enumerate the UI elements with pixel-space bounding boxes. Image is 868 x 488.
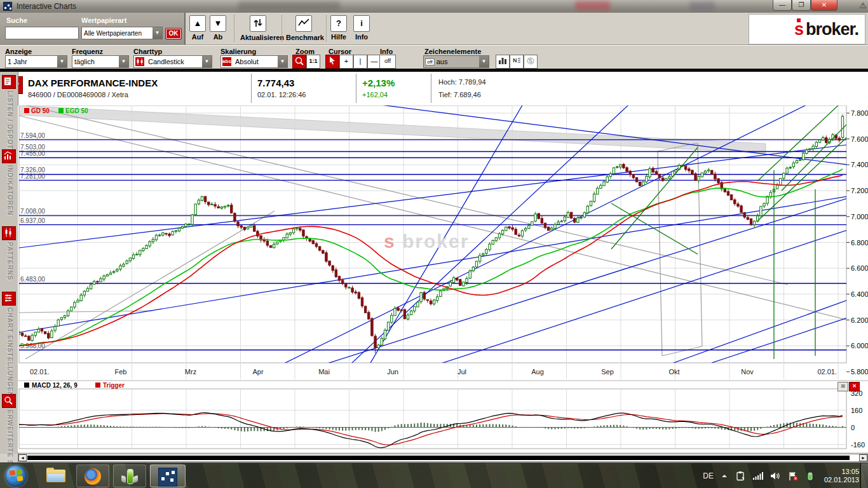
- news-button[interactable]: N: [510, 55, 524, 69]
- splits-button[interactable]: Ⓢ: [524, 55, 538, 69]
- taskbar-trading-app-button[interactable]: [113, 464, 146, 487]
- start-button[interactable]: [5, 465, 27, 487]
- candle-body: [318, 247, 320, 250]
- candle-body: [789, 167, 791, 168]
- candle-body: [67, 311, 69, 316]
- tray-app-icon[interactable]: [806, 471, 815, 481]
- cursor-vline-button[interactable]: |: [353, 55, 367, 69]
- close-button[interactable]: ✕: [811, 0, 837, 11]
- chevron-down-icon[interactable]: ▼: [479, 56, 489, 67]
- candle-body: [495, 238, 497, 241]
- macd-settings-button[interactable]: ⊞: [837, 382, 848, 391]
- clipboard-icon[interactable]: [735, 471, 745, 481]
- sidebar-item-chart-einstellungen[interactable]: CHART EINSTELLUNGEN: [0, 292, 18, 391]
- search-input[interactable]: [5, 27, 79, 39]
- info-toggle-button[interactable]: off: [379, 55, 396, 69]
- month-label: 02.01.: [30, 368, 50, 376]
- candle-body: [374, 336, 376, 348]
- chevron-down-icon[interactable]: ▼: [119, 56, 128, 67]
- network-icon[interactable]: [752, 471, 763, 480]
- level-label: 7.455,00: [20, 150, 45, 157]
- chevron-down-icon[interactable]: ▼: [153, 27, 162, 39]
- candle-body: [400, 310, 402, 311]
- candle-body: [521, 231, 523, 236]
- candle-body: [204, 196, 206, 201]
- candle-body: [783, 173, 785, 178]
- warning-icon[interactable]: ⚠: [859, 1, 867, 10]
- taskbar-firefox-button[interactable]: [76, 464, 109, 487]
- candle-body: [254, 226, 255, 231]
- candle-body: [142, 248, 144, 251]
- sidebar-item-listen-depot[interactable]: LISTEN / DEPOT: [0, 75, 18, 146]
- chevron-down-icon[interactable]: ▼: [202, 56, 212, 67]
- benchmark-icon: [295, 15, 312, 32]
- volume-button[interactable]: [496, 55, 510, 69]
- candle-body: [639, 182, 641, 186]
- taskbar-charts-app-button[interactable]: [150, 464, 186, 487]
- main-chart[interactable]: 7.594,007.503,007.455,007.326,007.281,00…: [18, 105, 868, 452]
- restore-button[interactable]: ❐: [792, 0, 811, 11]
- candle-body: [606, 177, 608, 182]
- drawing-select[interactable]: off aus ▼: [423, 55, 489, 68]
- window-title: Interactive Charts: [17, 2, 76, 11]
- refresh-icon: [250, 15, 266, 32]
- scroll-down-button[interactable]: ▼ Ab: [203, 15, 233, 41]
- security-type-select[interactable]: Alle Wertpapierarten ▼: [81, 27, 163, 39]
- display-select[interactable]: 1 Jahr ▼: [5, 55, 67, 68]
- zoom-in-button[interactable]: [292, 55, 306, 69]
- cursor-arrow-button[interactable]: [325, 55, 339, 69]
- candle-body: [139, 250, 141, 255]
- scrollbar-thumb[interactable]: [27, 456, 850, 460]
- candle-body: [652, 168, 654, 172]
- info-button[interactable]: i Info: [347, 15, 376, 41]
- clock[interactable]: 13:05 02.01.2013: [824, 468, 859, 484]
- candle-body: [283, 238, 285, 240]
- macd-close-button[interactable]: ✕: [849, 382, 860, 391]
- level-label: 6.937,00: [20, 217, 45, 224]
- candle-body: [54, 327, 56, 330]
- candle-body: [41, 329, 43, 331]
- show-desktop-button[interactable]: [860, 463, 868, 488]
- charttype-select[interactable]: Candlestick ▼: [133, 55, 212, 68]
- benchmark-button[interactable]: Benchmark: [286, 15, 322, 41]
- clock-time: 13:05: [824, 468, 859, 476]
- tray-expand-icon[interactable]: [721, 473, 728, 478]
- candle-body: [155, 235, 157, 240]
- chevron-down-icon[interactable]: ▼: [57, 56, 67, 67]
- candle-body: [302, 230, 304, 236]
- ok-button[interactable]: OK: [165, 28, 182, 39]
- candle-body: [587, 206, 588, 212]
- filter-toolbar: Anzeige 1 Jahr ▼ Frequenz täglich ▼ Char…: [0, 45, 868, 69]
- scaling-select[interactable]: abs Absolut ▼: [220, 55, 288, 68]
- scrollbar-right-arrow[interactable]: ►: [859, 454, 867, 461]
- refresh-button[interactable]: Aktualisieren: [240, 15, 276, 41]
- day-high: Hoch: 7.789,94: [438, 78, 486, 86]
- candle-body: [351, 288, 353, 292]
- candle-body: [658, 174, 660, 177]
- right-axis-label: 6.000: [851, 342, 868, 349]
- candle-body: [531, 222, 533, 226]
- charts-app-icon: [158, 468, 177, 487]
- sidebar-item-erweiterte-suche[interactable]: ERWEITERTE SUCHE: [0, 394, 18, 469]
- candle-body: [635, 177, 637, 182]
- clock-date: 02.01.2013: [824, 476, 859, 484]
- chart-scrollbar[interactable]: ◄ ►: [18, 454, 868, 462]
- zoom-1-1-button[interactable]: 1:1: [306, 55, 320, 69]
- frequency-select[interactable]: täglich ▼: [72, 55, 129, 68]
- chevron-down-icon[interactable]: ▼: [278, 56, 287, 67]
- cursor-cross-button[interactable]: +: [339, 55, 353, 69]
- system-tray: DE 13:05 02.01.2013: [703, 463, 859, 488]
- volume-icon[interactable]: [770, 471, 781, 480]
- candle-body: [71, 307, 72, 311]
- candle-body: [551, 228, 553, 230]
- sidebar-item-patterns[interactable]: PATTERNS: [0, 226, 18, 288]
- sidebar-item-indikatoren[interactable]: INDIKATOREN: [0, 149, 18, 223]
- action-center-flag-icon[interactable]: [788, 471, 799, 481]
- taskbar-explorer-button[interactable]: [39, 464, 72, 487]
- candle-body: [812, 146, 814, 149]
- candle-body: [799, 159, 801, 160]
- candle-body: [649, 169, 651, 177]
- language-indicator[interactable]: DE: [703, 471, 714, 480]
- minimize-button[interactable]: —: [773, 0, 792, 11]
- scrollbar-left-arrow[interactable]: ◄: [18, 454, 27, 461]
